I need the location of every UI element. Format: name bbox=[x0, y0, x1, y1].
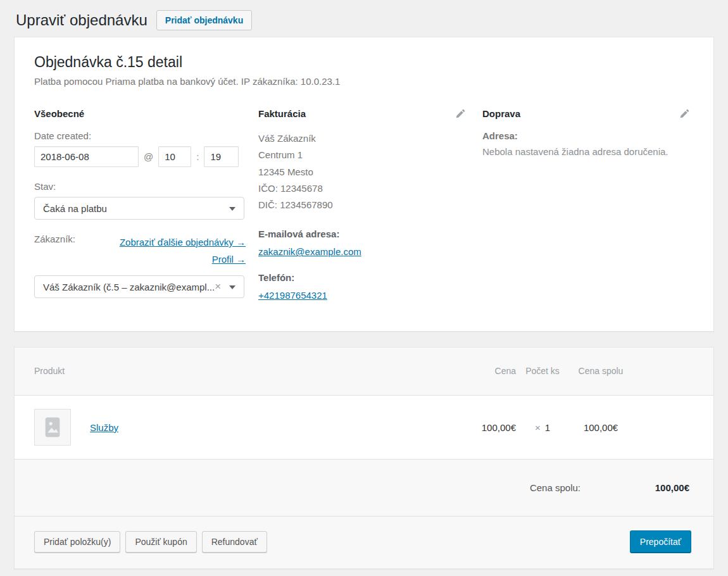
email-link[interactable]: zakaznik@example.com bbox=[258, 246, 361, 257]
billing-heading-row: Fakturácia bbox=[258, 108, 470, 119]
column-header-qty: Počet ks bbox=[516, 365, 569, 378]
column-header-product: Produkt bbox=[34, 365, 453, 378]
date-created-label: Date created: bbox=[34, 130, 246, 141]
add-items-button[interactable]: Pridať položku(y) bbox=[34, 531, 120, 553]
shipping-heading-row: Doprava bbox=[482, 108, 694, 119]
date-input[interactable] bbox=[34, 146, 139, 167]
order-items-panel: Produkt Cena Počet ks Cena spolu Služby … bbox=[14, 347, 714, 569]
hour-input[interactable] bbox=[158, 146, 191, 167]
shipping-heading: Doprava bbox=[482, 108, 520, 119]
status-label: Stav: bbox=[34, 181, 246, 192]
billing-heading: Fakturácia bbox=[258, 108, 306, 119]
email-label: E-mailová adresa: bbox=[258, 229, 470, 239]
billing-address-line: IČO: 12345678 bbox=[258, 180, 470, 197]
order-total-value: 100,00€ bbox=[581, 482, 689, 493]
apply-coupon-button[interactable]: Použiť kupón bbox=[125, 531, 196, 553]
column-header-total: Cena spolu bbox=[569, 365, 632, 378]
page-title: Upraviť objednávku bbox=[16, 11, 147, 30]
order-payment-meta: Platba pomocou Priama platba na bankový … bbox=[34, 76, 694, 87]
item-total: 100,00€ bbox=[569, 422, 632, 433]
qty-multiply-sign: × bbox=[535, 422, 541, 433]
image-placeholder-icon bbox=[42, 415, 63, 439]
order-total-label: Cena spolu: bbox=[530, 482, 581, 493]
profile-link[interactable]: Profil → bbox=[212, 254, 246, 265]
items-table-header: Produkt Cena Počet ks Cena spolu bbox=[15, 347, 713, 396]
general-column: Všeobecné Date created: @ : Stav: Čaká n… bbox=[34, 108, 258, 302]
item-qty: 1 bbox=[545, 422, 550, 433]
status-select[interactable]: Čaká na platbu bbox=[34, 197, 244, 220]
minute-input[interactable] bbox=[204, 146, 239, 167]
order-data-columns: Všeobecné Date created: @ : Stav: Čaká n… bbox=[34, 108, 694, 302]
page-header: Upraviť objednávku Pridať objednávku bbox=[14, 0, 714, 37]
phone-link[interactable]: +421987654321 bbox=[258, 290, 327, 301]
billing-address-line: 12345 Mesto bbox=[258, 164, 470, 180]
colon-separator: : bbox=[196, 151, 199, 162]
customer-label: Zákazník: bbox=[34, 234, 75, 244]
billing-address-line: Centrum 1 bbox=[258, 147, 470, 163]
billing-address-line: DIČ: 1234567890 bbox=[258, 197, 470, 213]
recalculate-button[interactable]: Prepočítať bbox=[630, 530, 691, 553]
date-created-row: @ : bbox=[34, 146, 246, 167]
refund-button[interactable]: Refundovať bbox=[202, 531, 267, 553]
order-actions-row: Pridať položku(y) Použiť kupón Refundova… bbox=[15, 516, 713, 568]
caret-down-icon bbox=[229, 285, 235, 289]
product-name-link[interactable]: Služby bbox=[90, 422, 118, 433]
general-heading: Všeobecné bbox=[34, 108, 246, 119]
item-cost: 100,00€ bbox=[453, 422, 516, 433]
product-cell: Služby bbox=[34, 409, 453, 446]
customer-select[interactable]: Váš Zákazník (č.5 – zakaznik@exampl... × bbox=[34, 275, 244, 298]
view-other-orders-link[interactable]: Zobraziť ďalšie objednávky → bbox=[120, 237, 246, 247]
shipping-column: Doprava Adresa: Nebola nastavená žiadna … bbox=[482, 108, 694, 302]
item-qty-cell: ×1 bbox=[516, 422, 569, 433]
at-separator: @ bbox=[144, 151, 153, 162]
order-heading: Objednávka č.15 detail bbox=[34, 54, 694, 71]
billing-address-line: Váš Zákazník bbox=[258, 130, 470, 147]
column-header-cost: Cena bbox=[453, 365, 516, 378]
caret-down-icon bbox=[229, 207, 235, 211]
clear-selection-icon[interactable]: × bbox=[215, 280, 227, 293]
add-order-button[interactable]: Pridať objednávku bbox=[156, 10, 252, 30]
customer-links: Zobraziť ďalšie objednávky → Profil → bbox=[120, 234, 246, 268]
admin-content: Upraviť objednávku Pridať objednávku Obj… bbox=[0, 0, 728, 569]
shipping-address-empty-text: Nebola nastavená žiadna adresa doručenia… bbox=[482, 146, 694, 157]
table-row: Služby 100,00€ ×1 100,00€ bbox=[15, 396, 713, 459]
shipping-address-label: Adresa: bbox=[482, 130, 694, 141]
customer-row: Zákazník: Zobraziť ďalšie objednávky → P… bbox=[34, 234, 246, 268]
customer-selected-value: Váš Zákazník (č.5 – zakaznik@exampl... bbox=[43, 282, 215, 292]
status-selected-value: Čaká na platbu bbox=[43, 203, 107, 214]
order-data-panel: Objednávka č.15 detail Platba pomocou Pr… bbox=[14, 37, 714, 332]
order-totals-row: Cena spolu: 100,00€ bbox=[15, 459, 713, 516]
billing-column: Fakturácia Váš Zákazník Centrum 1 12345 … bbox=[258, 108, 482, 302]
edit-shipping-pencil-icon[interactable] bbox=[679, 108, 690, 119]
phone-label: Telefón: bbox=[258, 272, 470, 283]
product-thumbnail bbox=[34, 409, 71, 446]
edit-billing-pencil-icon[interactable] bbox=[455, 108, 466, 119]
